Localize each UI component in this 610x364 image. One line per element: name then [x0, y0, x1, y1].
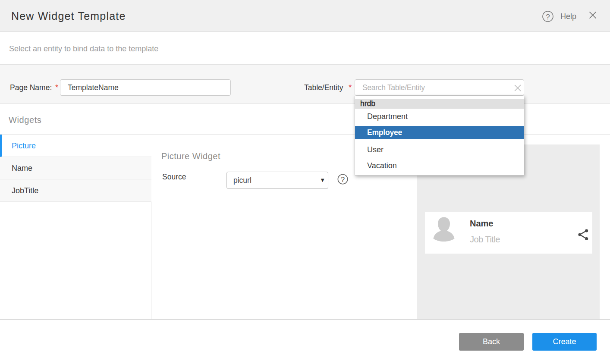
- svg-text:?: ?: [341, 176, 345, 183]
- svg-text:?: ?: [546, 13, 550, 21]
